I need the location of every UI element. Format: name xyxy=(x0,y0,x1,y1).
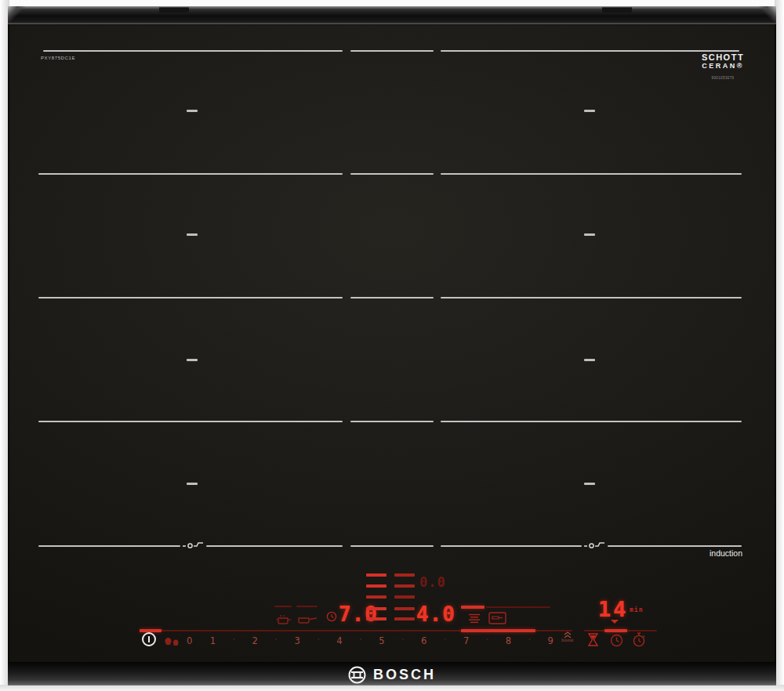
pot-steam-icon[interactable] xyxy=(275,614,292,624)
zone-line xyxy=(38,297,343,298)
slider-number-1[interactable]: 1 xyxy=(210,635,216,646)
zone-line xyxy=(441,421,742,422)
power-standby-icon[interactable] xyxy=(142,632,156,646)
slider-number-7[interactable]: 7 xyxy=(463,635,469,646)
slider-tick: ' xyxy=(275,637,277,645)
slider-tick: ' xyxy=(402,637,404,645)
ceran-text: CERAN® xyxy=(698,62,748,70)
slider-number-5[interactable]: 5 xyxy=(379,635,384,646)
right-zone-power-display: 4.0 xyxy=(416,602,456,626)
zone-line xyxy=(441,173,742,175)
level-bar xyxy=(366,607,387,610)
ceramic-glass-surface xyxy=(8,24,776,663)
mounting-bracket-right xyxy=(602,7,632,13)
bosch-logo: BOSCH xyxy=(0,664,784,685)
level-bar xyxy=(394,584,415,588)
zone-center-mark xyxy=(584,483,595,485)
slider-number-8[interactable]: 8 xyxy=(506,635,511,646)
bezel-corner-left xyxy=(8,6,25,24)
level-bar xyxy=(394,573,415,577)
power-slider-indicator xyxy=(461,629,535,632)
left-zone-power-display: 7.0 xyxy=(339,602,378,626)
slider-tick: ' xyxy=(360,637,361,645)
timer-slider-indicator xyxy=(604,629,627,632)
zone-line xyxy=(350,50,434,52)
zone-line xyxy=(38,545,180,547)
slider-tick: ' xyxy=(487,637,488,645)
zone-select-indicator xyxy=(461,606,485,609)
aux-zone-display: 0.0 xyxy=(419,574,446,590)
zone-line xyxy=(441,297,742,298)
slider-number-3[interactable]: 3 xyxy=(294,635,299,646)
zone-select-track xyxy=(486,606,550,608)
level-bar xyxy=(394,607,415,610)
slider-number-4[interactable]: 4 xyxy=(336,635,342,646)
zone-line xyxy=(43,50,343,52)
mounting-bracket-left xyxy=(159,7,189,13)
zone-line xyxy=(350,173,434,175)
bezel-corner-right xyxy=(759,6,776,24)
zone-center-mark xyxy=(187,233,198,236)
pan-marker-icon xyxy=(183,540,204,548)
clock-icon[interactable] xyxy=(326,611,337,622)
zone-center-mark xyxy=(187,483,198,485)
frying-pan-icon[interactable] xyxy=(297,616,318,624)
zone-line xyxy=(38,421,343,422)
sensor-indicator-line xyxy=(274,606,292,607)
zone-line xyxy=(350,545,434,547)
boost-label: boost xyxy=(557,638,579,642)
timer-unit: min xyxy=(630,606,643,613)
sensor-indicator-line xyxy=(296,606,318,607)
clock-timer-icon[interactable] xyxy=(610,634,623,647)
slider-tick: ' xyxy=(233,637,234,645)
zone-line xyxy=(441,545,582,547)
zone-center-mark xyxy=(584,359,595,361)
zone-center-mark xyxy=(187,110,198,112)
level-bar xyxy=(394,617,415,620)
zone-center-mark xyxy=(187,359,198,361)
zone-line xyxy=(206,545,343,547)
model-number: PXY875DC1E xyxy=(41,56,75,60)
level-bar xyxy=(394,595,415,599)
cooktop-product-photo: PXY875DC1E SCHOTT CERAN® 9001053070 indu… xyxy=(0,0,784,691)
slider-tick: ' xyxy=(528,637,530,645)
zone-center-mark xyxy=(584,110,595,112)
slider-tick: ' xyxy=(445,637,446,645)
pan-frame-icon[interactable] xyxy=(488,612,506,624)
level-bar xyxy=(366,595,387,599)
schott-ceran-logo: SCHOTT CERAN® xyxy=(698,53,748,70)
induction-label: induction xyxy=(662,548,742,558)
schott-text: SCHOTT xyxy=(698,53,748,62)
zone-line xyxy=(350,421,434,422)
power-level-slider[interactable]: 01'2'3'4'5'6'7'8'9 xyxy=(187,634,554,648)
print-code: 9001053070 xyxy=(698,76,748,80)
pan-marker-icon xyxy=(584,540,605,548)
level-list-icon[interactable] xyxy=(468,613,481,624)
power-stick xyxy=(148,636,150,642)
timer-display: 14 xyxy=(598,597,629,621)
bosch-wordmark: BOSCH xyxy=(373,667,436,683)
frame-edge-bottom xyxy=(0,685,784,691)
zone-line xyxy=(608,545,742,547)
level-bar xyxy=(366,584,387,588)
boost-button[interactable]: boost xyxy=(557,631,579,642)
slider-number-9[interactable]: 9 xyxy=(548,635,554,646)
level-bar xyxy=(366,573,387,577)
slider-number-6[interactable]: 6 xyxy=(421,635,426,646)
bosch-emblem-icon xyxy=(348,666,366,684)
stopwatch-icon[interactable] xyxy=(632,632,646,647)
zone-line xyxy=(441,50,739,52)
hourglass-icon[interactable] xyxy=(587,633,599,647)
zone-center-mark xyxy=(584,233,595,236)
zone-line xyxy=(38,173,343,175)
slider-number-2[interactable]: 2 xyxy=(252,635,258,646)
top-bezel xyxy=(8,6,776,24)
slider-number-0[interactable]: 0 xyxy=(187,635,192,646)
slider-tick: ' xyxy=(318,637,319,645)
child-lock-icon[interactable] xyxy=(164,635,180,646)
level-bar xyxy=(366,617,387,620)
zone-line xyxy=(350,297,434,298)
timer-down-arrow-icon[interactable] xyxy=(611,620,619,624)
